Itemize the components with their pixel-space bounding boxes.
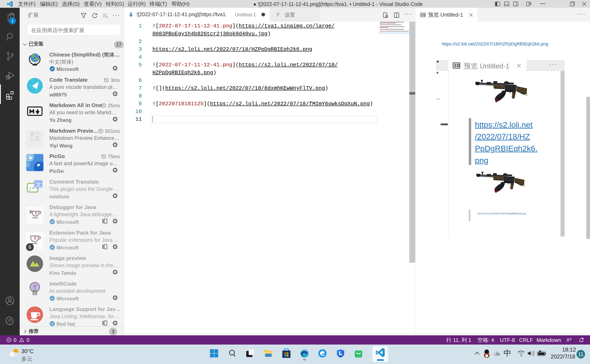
svg-text:/*: /* [29,186,35,192]
svg-text:文: 文 [36,181,41,188]
